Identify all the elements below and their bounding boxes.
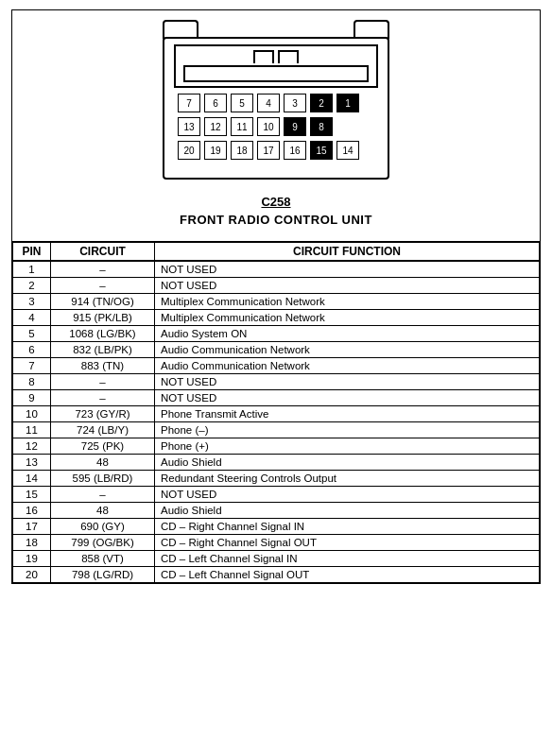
cell-function: CD – Left Channel Signal OUT xyxy=(155,567,540,583)
cell-circuit: – xyxy=(51,487,155,503)
table-row: 6832 (LB/PK)Audio Communication Network xyxy=(13,342,540,358)
pin-box-6: 6 xyxy=(204,94,227,112)
pin-row-2: 20191817161514 xyxy=(178,141,374,160)
header-circuit: CIRCUIT xyxy=(51,242,155,261)
cell-circuit: – xyxy=(51,374,155,390)
cell-function: Audio Communication Network xyxy=(155,342,540,358)
cell-circuit: 48 xyxy=(51,503,155,519)
cell-function: Audio Communication Network xyxy=(155,358,540,374)
cell-function: Audio Shield xyxy=(155,455,540,471)
pin-box-8: 8 xyxy=(310,117,333,136)
connector-inner-top xyxy=(183,50,369,63)
connector-body: 7654321131211109820191817161514 xyxy=(163,37,389,180)
inner-tab-right xyxy=(278,50,299,63)
cell-circuit: 690 (GY) xyxy=(51,519,155,535)
cell-circuit: – xyxy=(51,278,155,294)
table-row: 10723 (GY/R)Phone Transmit Active xyxy=(13,406,540,422)
cell-function: CD – Right Channel Signal IN xyxy=(155,519,540,535)
pin-table: PIN CIRCUIT CIRCUIT FUNCTION 1–NOT USED2… xyxy=(12,241,540,583)
table-row: 20798 (LG/RD)CD – Left Channel Signal OU… xyxy=(13,567,540,583)
cell-pin: 3 xyxy=(13,294,51,310)
cell-function: Multiplex Communication Network xyxy=(155,294,540,310)
pin-box-1: 1 xyxy=(336,94,359,112)
table-row: 12725 (PK)Phone (+) xyxy=(13,438,540,455)
table-row: 18799 (OG/BK)CD – Right Channel Signal O… xyxy=(13,535,540,551)
cell-circuit: 883 (TN) xyxy=(51,358,155,374)
cell-circuit: 858 (VT) xyxy=(51,551,155,567)
cell-circuit: 723 (GY/R) xyxy=(51,406,155,422)
main-container: 7654321131211109820191817161514 C258 FRO… xyxy=(11,9,541,584)
cell-function: NOT USED xyxy=(155,374,540,390)
cell-pin: 9 xyxy=(13,390,51,406)
cell-circuit: 798 (LG/RD) xyxy=(51,567,155,583)
pin-box-7: 7 xyxy=(178,94,200,112)
cell-pin: 11 xyxy=(13,422,51,438)
pin-box-19: 19 xyxy=(204,141,227,160)
pin-box-14: 14 xyxy=(336,141,359,160)
cell-function: NOT USED xyxy=(155,390,540,406)
connector-title: FRONT RADIO CONTROL UNIT xyxy=(180,213,372,227)
connector-label: C258 xyxy=(261,195,290,209)
cell-circuit: 1068 (LG/BK) xyxy=(51,326,155,342)
pin-box-13: 13 xyxy=(178,117,200,136)
cell-pin: 10 xyxy=(13,406,51,422)
cell-circuit: 48 xyxy=(51,455,155,471)
cell-circuit: 799 (OG/BK) xyxy=(51,535,155,551)
cell-pin: 19 xyxy=(13,551,51,567)
table-row: 1–NOT USED xyxy=(13,261,540,278)
pin-box-2: 2 xyxy=(310,94,333,112)
cell-function: Phone (+) xyxy=(155,438,540,455)
connector-inner-wrapper xyxy=(174,44,378,88)
table-row: 17690 (GY)CD – Right Channel Signal IN xyxy=(13,519,540,535)
table-row: 15–NOT USED xyxy=(13,487,540,503)
cell-circuit: 915 (PK/LB) xyxy=(51,310,155,326)
table-header-row: PIN CIRCUIT CIRCUIT FUNCTION xyxy=(13,242,540,261)
pin-box-10: 10 xyxy=(257,117,280,136)
table-row: 3914 (TN/OG)Multiplex Communication Netw… xyxy=(13,294,540,310)
pin-box-15: 15 xyxy=(310,141,333,160)
connector-tab-right xyxy=(354,20,389,39)
table-row: 9–NOT USED xyxy=(13,390,540,406)
pin-row-1: 1312111098 xyxy=(178,117,374,136)
cell-pin: 13 xyxy=(13,455,51,471)
pin-row-0: 7654321 xyxy=(178,94,374,112)
header-function: CIRCUIT FUNCTION xyxy=(155,242,540,261)
table-row: 8–NOT USED xyxy=(13,374,540,390)
connector-diagram: 7654321131211109820191817161514 xyxy=(163,20,389,180)
table-row: 11724 (LB/Y)Phone (–) xyxy=(13,422,540,438)
table-row: 19858 (VT)CD – Left Channel Signal IN xyxy=(13,551,540,567)
pin-box-5: 5 xyxy=(231,94,253,112)
connector-tab-left xyxy=(163,20,198,39)
cell-function: NOT USED xyxy=(155,278,540,294)
pin-box-3: 3 xyxy=(284,94,306,112)
cell-function: CD – Left Channel Signal IN xyxy=(155,551,540,567)
table-row: 1348Audio Shield xyxy=(13,455,540,471)
table-row: 2–NOT USED xyxy=(13,278,540,294)
cell-pin: 4 xyxy=(13,310,51,326)
cell-function: Audio Shield xyxy=(155,503,540,519)
table-row: 51068 (LG/BK)Audio System ON xyxy=(13,326,540,342)
cell-pin: 7 xyxy=(13,358,51,374)
cell-pin: 17 xyxy=(13,519,51,535)
cell-function: Audio System ON xyxy=(155,326,540,342)
pin-rows: 7654321131211109820191817161514 xyxy=(174,88,378,170)
pin-box-16: 16 xyxy=(284,141,306,160)
cell-circuit: 832 (LB/PK) xyxy=(51,342,155,358)
cell-pin: 18 xyxy=(13,535,51,551)
pin-box-11: 11 xyxy=(231,117,253,136)
cell-pin: 5 xyxy=(13,326,51,342)
inner-tab-left xyxy=(253,50,274,63)
diagram-section: 7654321131211109820191817161514 C258 FRO… xyxy=(12,10,540,241)
table-row: 4915 (PK/LB)Multiplex Communication Netw… xyxy=(13,310,540,326)
cell-pin: 15 xyxy=(13,487,51,503)
cell-circuit: 724 (LB/Y) xyxy=(51,422,155,438)
cell-function: CD – Right Channel Signal OUT xyxy=(155,535,540,551)
cell-function: Redundant Steering Controls Output xyxy=(155,471,540,487)
table-row: 1648Audio Shield xyxy=(13,503,540,519)
cell-pin: 1 xyxy=(13,261,51,278)
cell-circuit: 725 (PK) xyxy=(51,438,155,455)
connector-inner-box xyxy=(183,65,369,82)
pin-box-4: 4 xyxy=(257,94,280,112)
pin-box-18: 18 xyxy=(231,141,253,160)
cell-pin: 6 xyxy=(13,342,51,358)
